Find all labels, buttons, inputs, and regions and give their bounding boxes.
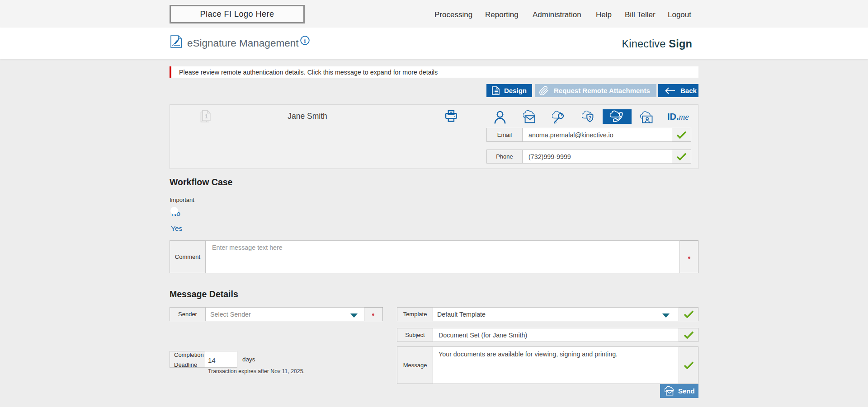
svg-text:i: i [304,37,306,44]
svg-text:?: ? [588,115,591,121]
svg-text:1: 1 [205,113,208,120]
svg-text:x: x [172,44,174,47]
